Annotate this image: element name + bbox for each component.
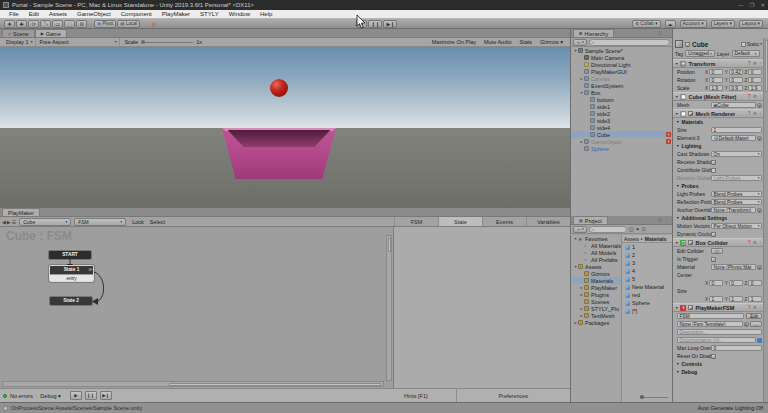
hand-tool-button[interactable]: ✥ [4,20,15,28]
fsm-node-start[interactable]: START [49,251,91,259]
edit-collider-button[interactable]: ⬠ [711,248,723,254]
dynamic-occlusion-checkbox[interactable]: ✓ [711,232,716,237]
section-debug[interactable]: ▼Debug [673,368,764,376]
section-additional-settings[interactable]: ▼Additional Settings [673,214,764,222]
object-picker-icon[interactable]: ◉ [757,136,762,141]
lock-toggle[interactable]: Lock [129,219,147,225]
component-header-playmaker[interactable]: ▼f✓PlayMakerFSM❓⚙⋮ [673,303,764,312]
material-item[interactable]: 2 [622,251,672,259]
more-options-icon[interactable]: ⋮ [758,305,762,310]
-z-field[interactable]: 1 [748,296,762,302]
more-options-icon[interactable]: ⋮ [758,111,762,116]
account-dropdown[interactable]: Account ▾ [680,20,707,28]
anchor-override-object-field[interactable]: None (Transform) [711,207,756,213]
hierarchy-row[interactable]: bottom [571,96,672,103]
fsm-state1-action[interactable]: entry [50,274,93,281]
scale-tool-button[interactable]: ⤡ [40,20,51,28]
is-trigger-checkbox[interactable]: ✓ [711,257,716,262]
icon-size-slider[interactable] [640,395,668,399]
reset-on-disable-checkbox[interactable]: ✓ [711,354,716,359]
preset-icon[interactable]: ⚙ [753,61,757,66]
scale-z-field[interactable]: 1.9 [748,85,762,91]
static-checkbox[interactable] [741,42,746,47]
section-controls[interactable]: ▼Controls [673,360,764,368]
help-icon[interactable]: ❓ [747,94,751,99]
debug-dropdown[interactable]: Debug ▾ [40,393,61,399]
menu-component[interactable]: Component [116,11,157,17]
menu-edit[interactable]: Edit [24,11,44,17]
maximize-on-play-button[interactable]: Maximize On Play [428,39,480,45]
scale-slider[interactable] [141,42,193,43]
max-loop-override-field[interactable]: 0 [711,345,762,351]
hints-button[interactable]: Hints [F1] [394,393,428,399]
project-folder-row[interactable]: ⌕All Materials [571,242,621,249]
material-item[interactable]: Sphere [622,299,672,307]
create-button[interactable]: ＋▾ [573,226,587,233]
rect-tool-button[interactable]: ▭ [52,20,63,28]
hierarchy-row[interactable]: Directional Light [571,61,672,68]
-y-field[interactable]: 1 [729,296,743,302]
transform-tool-button[interactable]: ⬚ [64,20,75,28]
nav-back-icon[interactable]: ◀ [2,219,6,225]
playmaker-tab-events[interactable]: Events [482,217,526,226]
step-button[interactable]: ▶❙ [383,20,397,28]
object-picker-icon[interactable]: ◉ [757,208,762,213]
local-toggle[interactable]: ◍ Local [117,20,140,28]
preferences-button[interactable]: Preferences [457,393,570,399]
mesh-object-field[interactable]: ▦Cube [711,102,756,108]
size-field[interactable]: 1 [711,127,762,133]
preset-icon[interactable]: ⚙ [753,305,757,310]
object-picker-icon[interactable]: ◉ [744,322,749,327]
doc-link-icon[interactable] [757,338,762,343]
lock-icon[interactable]: ⚿ [658,30,662,37]
project-folder-row[interactable]: ▸TextMesh [571,312,621,319]
menu-help[interactable]: Help [255,11,277,17]
layer-dropdown[interactable]: Default▾ [732,50,760,57]
section-lighting[interactable]: ▼Lighting [673,142,764,150]
help-icon[interactable]: ❓ [747,240,751,245]
playmaker-tab-fsm[interactable]: FSM [394,217,438,226]
material-item[interactable]: 1 [622,243,672,251]
scale-x-field[interactable]: 1.9 [709,85,723,91]
component-header-meshrenderer[interactable]: ▼▩✓Mesh Renderer❓⚙⋮ [673,109,764,118]
tab-hierarchy[interactable]: ☰Hierarchy [573,29,614,37]
template-browse-button[interactable]: … [750,321,763,327]
hierarchy-row[interactable]: side2 [571,110,672,117]
-x-field[interactable]: 0 [709,280,723,286]
project-folder-row[interactable]: ▸Plugins [571,291,621,298]
project-folder-row[interactable]: ▾★Favorites [571,235,621,242]
mute-audio-button[interactable]: Mute Audio [480,39,516,45]
hierarchy-row[interactable]: Main Camera [571,54,672,61]
hidden-packages-icon[interactable]: ⚿ [642,226,646,233]
motion-vectors-dropdown[interactable]: Per Object Motion▾ [711,223,762,229]
foldout-expanded-icon[interactable]: ▼ [675,62,678,66]
-y-field[interactable]: 0 [729,280,743,286]
playmaker-tab-variables[interactable]: Variables [526,217,570,226]
-z-field[interactable]: 0 [748,280,762,286]
documentation-url-field[interactable]: Documentation Url... [677,337,756,343]
custom-tool-button[interactable]: ⚙ [76,20,87,28]
pause-button[interactable]: ❙❙ [368,20,382,28]
light-probes-dropdown[interactable]: Blend Probes▾ [711,191,762,197]
select-menu[interactable]: Select [147,219,168,225]
fsm-pause-button[interactable]: ❙❙ [85,391,97,400]
reflection-probes-dropdown[interactable]: Blend Probes▾ [711,199,762,205]
pivot-toggle[interactable]: ◉ Pivot [94,20,116,28]
menu-dots-icon[interactable]: ⋮ [664,217,669,224]
display-dropdown[interactable]: Display 1▾ [3,38,36,46]
project-folder-row[interactable]: ▸Packages [571,319,621,326]
tab-playmaker[interactable]: PlayMaker [2,208,40,216]
scale-y-field[interactable]: 0.9 [729,85,743,91]
rotation-y-field[interactable]: 0 [729,77,743,83]
foldout-expanded-icon[interactable]: ▼ [675,241,678,245]
aspect-dropdown[interactable]: Free Aspect▾ [36,38,120,46]
hierarchy-row[interactable]: ▸GameObjectf [571,138,672,145]
section-materials[interactable]: ▼Materials [673,118,764,126]
component-enabled-checkbox[interactable]: ✓ [688,305,693,310]
hierarchy-row[interactable]: ▾Box [571,89,672,96]
project-search-input[interactable]: ⌕ [589,226,627,233]
component-header-transform[interactable]: ▼✛Transform❓⚙⋮ [673,59,764,68]
more-options-icon[interactable]: ⋮ [758,94,762,99]
more-options-icon[interactable]: ⋮ [758,240,762,245]
project-folder-row[interactable]: Gizmos [571,270,621,277]
